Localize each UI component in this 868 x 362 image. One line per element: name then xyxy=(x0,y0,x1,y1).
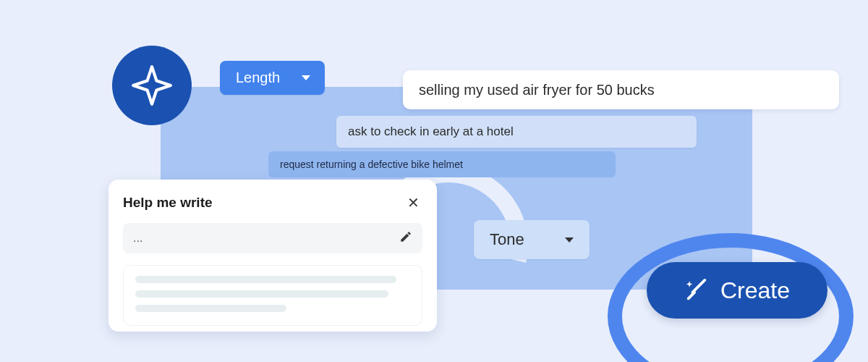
card-title: Help me write xyxy=(123,195,213,211)
suggestion-2[interactable]: request returning a defective bike helme… xyxy=(268,151,616,177)
suggestion-1-text: ask to check in early at a hotel xyxy=(348,125,514,139)
output-preview xyxy=(123,265,422,326)
placeholder-line xyxy=(135,290,388,298)
prompt-main-text: selling my used air fryer for 50 bucks xyxy=(419,82,655,98)
close-button[interactable]: ✕ xyxy=(404,193,422,213)
chevron-down-icon xyxy=(302,75,310,80)
tone-label: Tone xyxy=(490,230,524,249)
chevron-down-icon xyxy=(565,237,574,243)
suggestion-1[interactable]: ask to check in early at a hotel xyxy=(336,116,697,148)
create-button[interactable]: Create xyxy=(647,262,827,319)
prompt-input-main[interactable]: selling my used air fryer for 50 bucks xyxy=(403,70,839,109)
suggestion-2-text: request returning a defective bike helme… xyxy=(280,159,463,170)
feature-collage: Length selling my used air fryer for 50 … xyxy=(0,0,868,362)
card-input-placeholder: ... xyxy=(133,232,142,245)
length-label: Length xyxy=(236,70,280,86)
create-label: Create xyxy=(720,277,790,304)
sparkle-badge xyxy=(112,46,192,125)
help-me-write-card: Help me write ✕ ... xyxy=(109,180,437,332)
sparkle-icon xyxy=(129,63,174,108)
card-header: Help me write ✕ xyxy=(123,193,422,213)
card-prompt-input[interactable]: ... xyxy=(123,223,422,253)
length-dropdown[interactable]: Length xyxy=(220,61,325,95)
placeholder-line xyxy=(135,305,286,312)
placeholder-line xyxy=(135,276,396,283)
magic-wand-icon xyxy=(684,278,709,303)
pencil-icon xyxy=(399,230,412,246)
tone-dropdown[interactable]: Tone xyxy=(474,220,590,259)
close-icon: ✕ xyxy=(407,195,420,211)
